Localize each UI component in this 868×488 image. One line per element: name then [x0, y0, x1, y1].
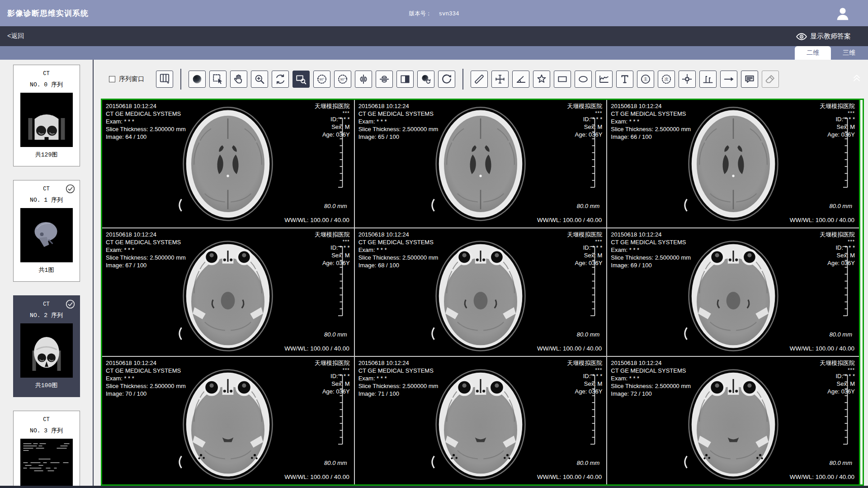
- overlay-sex: Sex: M: [820, 380, 855, 388]
- viewport-cell-5[interactable]: 20150618 10:12:24CT GE MEDICAL SYSTEMSEx…: [355, 228, 607, 356]
- measure-star-button[interactable]: [533, 71, 550, 88]
- overlay-top-left: 20150618 10:12:24CT GE MEDICAL SYSTEMSEx…: [359, 360, 439, 398]
- overlay-top-right: 天堰模拟医院***ID: * * *Sex: MAge: 036Y: [315, 360, 350, 396]
- series-card-1[interactable]: CTNO. 1 序列共1图: [13, 180, 80, 282]
- viewport-cell-6[interactable]: 20150618 10:12:24CT GE MEDICAL SYSTEMSEx…: [607, 228, 859, 356]
- overlay-age: Age: 036Y: [315, 131, 350, 139]
- measure-rect-button[interactable]: [554, 71, 571, 88]
- user-avatar-icon[interactable]: [835, 5, 851, 22]
- tab-2d[interactable]: 二维: [795, 46, 831, 60]
- viewport-cell-3[interactable]: 20150618 10:12:24CT GE MEDICAL SYSTEMSEx…: [607, 100, 859, 227]
- tab-strip: 二维 三维: [0, 46, 868, 60]
- eraser-button[interactable]: [762, 71, 779, 88]
- version-info: 版本号：svn334: [409, 10, 459, 18]
- series-card-2[interactable]: CTNO. 2 序列共100图: [13, 295, 80, 397]
- scale-label: 80.0 mm: [829, 203, 852, 210]
- show-teacher-answer-button[interactable]: 显示教师答案: [796, 31, 851, 42]
- viewport-cell-9[interactable]: 20150618 10:12:24CT GE MEDICAL SYSTEMSEx…: [607, 357, 859, 484]
- scale-label: 80.0 mm: [324, 203, 347, 210]
- series-card-3[interactable]: CTNO. 3 序列共1图: [13, 411, 80, 488]
- overlay-hospital: 天堰模拟医院: [820, 103, 855, 110]
- tab-3d[interactable]: 三维: [831, 46, 867, 60]
- layout-grid-button[interactable]: [156, 71, 173, 88]
- overlay-top-right: 天堰模拟医院***ID: * * *Sex: MAge: 036Y: [315, 103, 350, 139]
- series-card-0[interactable]: CTNO. 0 序列共129图: [13, 65, 80, 166]
- measure-curve-button[interactable]: [595, 71, 613, 88]
- overlay-sex: Sex: M: [820, 123, 855, 131]
- series-title: NO. 0 序列: [14, 81, 80, 89]
- overlay-datetime: 20150618 10:12:24: [359, 231, 439, 239]
- svg-text:90°: 90°: [340, 78, 345, 81]
- viewport-cell-2[interactable]: 20150618 10:12:24CT GE MEDICAL SYSTEMSEx…: [355, 100, 607, 227]
- arrow-annotation-button[interactable]: [720, 71, 737, 88]
- series-window-checkbox[interactable]: [109, 76, 115, 82]
- scale-ruler: [590, 118, 596, 188]
- select-button[interactable]: [209, 71, 226, 88]
- toolbar-divider: [462, 69, 463, 90]
- overlay-top-left: 20150618 10:12:24CT GE MEDICAL SYSTEMSEx…: [359, 103, 439, 141]
- measure-line-button[interactable]: [471, 71, 488, 88]
- profile-lines-button[interactable]: [699, 71, 717, 88]
- overlay-stars: ***: [820, 367, 855, 373]
- flip-vertical-icon: [378, 73, 390, 85]
- overlay-system: CT GE MEDICAL SYSTEMS: [611, 367, 691, 375]
- pan-button[interactable]: [230, 71, 247, 88]
- back-button[interactable]: <返回: [7, 32, 24, 40]
- overlay-top-right: 天堰模拟医院***ID: * * *Sex: MAge: 036Y: [315, 231, 350, 267]
- viewport-cell-1[interactable]: 20150618 10:12:24CT GE MEDICAL SYSTEMSEx…: [102, 100, 354, 227]
- svg-text:主: 主: [643, 77, 647, 81]
- ct-slice-image: [425, 360, 536, 482]
- series-thumbnail: [20, 323, 73, 378]
- measure-cross-button[interactable]: [491, 71, 509, 88]
- zoom-region-button[interactable]: [292, 71, 310, 88]
- overlay-sex: Sex: M: [567, 380, 602, 388]
- series-thumbnail: [20, 208, 73, 262]
- overlay-top-left: 20150618 10:12:24CT GE MEDICAL SYSTEMSEx…: [106, 231, 186, 269]
- viewer-scrollbar[interactable]: [859, 100, 863, 484]
- main-area: 序列窗口 90°90°主次 20150618 10:12:24CT GE MED…: [94, 60, 868, 488]
- viewport-cell-7[interactable]: 20150618 10:12:24CT GE MEDICAL SYSTEMSEx…: [102, 357, 354, 484]
- overlay-exam: Exam: * * *: [359, 375, 439, 383]
- flip-vertical-button[interactable]: [376, 71, 393, 88]
- svg-text:90°: 90°: [320, 78, 325, 81]
- measure-angle-button[interactable]: [512, 71, 529, 88]
- overlay-patient-id: ID: * * *: [820, 244, 855, 252]
- flip-horizontal-button[interactable]: [355, 71, 372, 88]
- marker-primary-button[interactable]: 主: [637, 71, 654, 88]
- comment-annotation-icon: [744, 73, 755, 85]
- ct-slice-image: [172, 231, 283, 354]
- center-marker-button[interactable]: [679, 71, 696, 88]
- rotate-free-button[interactable]: [272, 71, 289, 88]
- text-annotation-button[interactable]: [616, 71, 633, 88]
- overlay-sex: Sex: M: [567, 252, 602, 260]
- header-bar: 影像诊断思维实训系统 版本号：svn334: [0, 0, 868, 26]
- toolbar-group-1: 90°90°: [189, 71, 455, 88]
- series-title: NO. 2 序列: [14, 311, 80, 319]
- marker-secondary-button[interactable]: 次: [658, 71, 675, 88]
- scale-ruler: [338, 246, 344, 316]
- rotate-left-90-button[interactable]: 90°: [313, 71, 330, 88]
- viewport-cell-8[interactable]: 20150618 10:12:24CT GE MEDICAL SYSTEMSEx…: [355, 357, 607, 484]
- zoom-button[interactable]: [251, 71, 268, 88]
- rotate-right-90-button[interactable]: 90°: [334, 71, 351, 88]
- window-reset-button[interactable]: [417, 71, 434, 88]
- measure-ellipse-button[interactable]: [575, 71, 592, 88]
- overlay-datetime: 20150618 10:12:24: [106, 103, 186, 110]
- comment-annotation-button[interactable]: [741, 71, 758, 88]
- window-level-button[interactable]: [189, 71, 206, 88]
- reset-button[interactable]: [438, 71, 455, 88]
- dimension-tabs: 二维 三维: [795, 46, 867, 60]
- invert-button[interactable]: [396, 71, 414, 88]
- overlay-patient-id: ID: * * *: [820, 373, 855, 380]
- overlay-stars: ***: [567, 367, 602, 373]
- overlay-image-number: Image: 66 / 100: [611, 133, 691, 141]
- overlay-system: CT GE MEDICAL SYSTEMS: [106, 367, 186, 375]
- overlay-system: CT GE MEDICAL SYSTEMS: [359, 239, 439, 246]
- invert-icon: [399, 73, 411, 85]
- toolbar-collapse-button[interactable]: [851, 71, 864, 85]
- overlay-hospital: 天堰模拟医院: [567, 231, 602, 239]
- viewport-cell-4[interactable]: 20150618 10:12:24CT GE MEDICAL SYSTEMSEx…: [102, 228, 354, 356]
- overlay-stars: ***: [315, 367, 350, 373]
- measure-cross-icon: [494, 73, 506, 85]
- overlay-exam: Exam: * * *: [611, 246, 691, 254]
